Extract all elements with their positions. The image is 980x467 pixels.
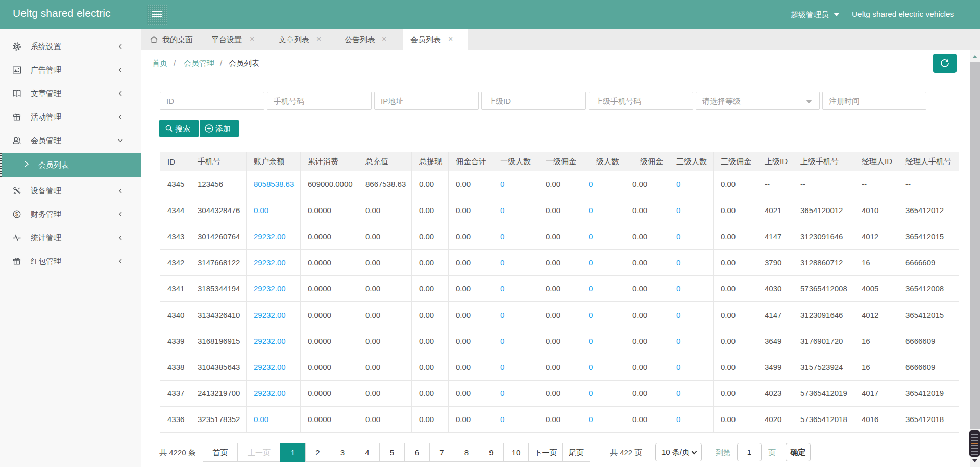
svg-text:$: $ — [15, 211, 18, 217]
